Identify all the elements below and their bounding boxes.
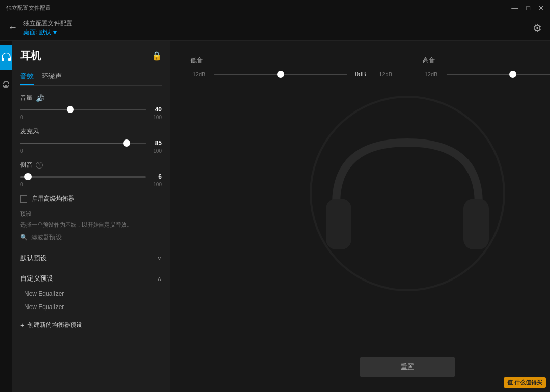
mic-max: 100 [153, 148, 162, 154]
volume-track [20, 109, 146, 110]
sidetone-slider[interactable] [20, 173, 146, 181]
left-panel: 耳机 🔒 音效 环绕声 音量 🔊 40 [12, 41, 170, 392]
mic-slider[interactable] [20, 139, 146, 147]
chevron-down-icon: ▾ [53, 29, 57, 36]
list-item[interactable]: New Equalizer [20, 300, 162, 314]
volume-range-labels: 0 100 [20, 115, 162, 120]
mic-fill [20, 143, 127, 144]
header-sub-label: 桌面: 默认 [23, 28, 51, 37]
minimize-button[interactable]: — [511, 4, 518, 12]
sidetone-slider-row: 6 [20, 173, 162, 181]
volume-slider-row: 40 [20, 105, 162, 114]
main-layout: 耳机 🔒 音效 环绕声 音量 🔊 40 [0, 41, 550, 392]
eq-treble-slider-row: -12dB 0dB 12dB [423, 71, 550, 78]
headphone-background [306, 92, 509, 295]
search-row: 🔍 [20, 234, 162, 244]
controller-icon [0, 79, 12, 91]
search-input[interactable] [31, 234, 162, 241]
maximize-button[interactable]: □ [526, 4, 530, 12]
reset-button[interactable]: 重置 [360, 357, 455, 377]
volume-min: 0 [20, 115, 23, 120]
titlebar-controls: — □ ✕ [511, 4, 544, 12]
sidetone-track [20, 176, 146, 178]
eq-checkbox-label: 启用高级均衡器 [32, 194, 74, 203]
titlebar-title: 独立配置文件配置 [6, 4, 51, 12]
sidebar-item-controller[interactable] [0, 72, 12, 98]
default-presets-header[interactable]: 默认预设 ∨ [20, 249, 162, 267]
eq-bass-value: 0dB [353, 71, 368, 78]
panel-header: 耳机 🔒 [20, 49, 162, 63]
chevron-up-icon: ∧ [157, 275, 162, 282]
volume-thumb[interactable] [67, 106, 74, 113]
volume-control: 音量 🔊 40 0 100 [20, 94, 162, 120]
lock-icon: 🔒 [152, 51, 162, 61]
custom-presets-header[interactable]: 自定义预设 ∧ [20, 270, 162, 287]
sidebar-item-headphone[interactable] [0, 45, 12, 70]
gear-icon[interactable]: ⚙ [533, 22, 542, 34]
header-info: 独立配置文件配置 桌面: 默认 ▾ [23, 19, 72, 37]
add-preset-row[interactable]: + 创建新的均衡器预设 [20, 317, 162, 333]
eq-bass-thumb[interactable] [277, 71, 284, 78]
tabs: 音效 环绕声 [20, 69, 162, 86]
presets-desc: 选择一个预设作为基线，以开始自定义音效。 [20, 221, 162, 229]
sidetone-text: 侧音 [20, 161, 33, 170]
right-panel: 低音 -12dB 0dB 12dB 高音 -12dB [170, 41, 550, 392]
default-presets-label: 默认预设 [20, 254, 47, 263]
sidetone-thumb[interactable] [24, 173, 32, 180]
mic-value: 85 [150, 139, 162, 147]
mic-label: 麦克风 [20, 127, 162, 136]
mic-text: 麦克风 [20, 127, 39, 136]
icon-sidebar [0, 41, 12, 392]
custom-presets-group: 自定义预设 ∧ New Equalizer New Equalizer [20, 270, 162, 314]
headerbar-left: ← 独立配置文件配置 桌面: 默认 ▾ [8, 19, 72, 37]
mic-min: 0 [20, 148, 23, 154]
speaker-icon: 🔊 [36, 94, 44, 102]
eq-bass-slider[interactable] [214, 74, 347, 75]
add-preset-label: 创建新的均衡器预设 [28, 321, 82, 329]
mic-slider-row: 85 [20, 139, 162, 147]
back-button[interactable]: ← [8, 22, 17, 33]
mic-range-labels: 0 100 [20, 148, 162, 154]
volume-max: 100 [153, 115, 162, 120]
eq-bass-max-label: 12dB [374, 71, 392, 77]
eq-bass-group: 低音 -12dB 0dB 12dB [190, 56, 392, 78]
eq-checkbox-row: 启用高级均衡器 [20, 194, 162, 203]
header-sub[interactable]: 桌面: 默认 ▾ [23, 28, 72, 37]
close-button[interactable]: ✕ [538, 4, 544, 12]
svg-point-0 [311, 97, 504, 290]
eq-checkbox[interactable] [20, 195, 28, 203]
eq-treble-min-label: -12dB [423, 71, 441, 77]
eq-section: 低音 -12dB 0dB 12dB 高音 -12dB [190, 56, 550, 78]
eq-bass-slider-row: -12dB 0dB 12dB [190, 71, 392, 78]
svg-rect-1 [326, 199, 351, 249]
volume-slider[interactable] [20, 105, 146, 114]
presets-section: 预设 选择一个预设作为基线，以开始自定义音效。 🔍 默认预设 ∨ 自定义预设 ∧ [20, 210, 162, 333]
sidetone-label: 侧音 ? [20, 161, 162, 170]
sidetone-control: 侧音 ? 6 0 100 [20, 161, 162, 187]
mic-thumb[interactable] [123, 139, 130, 147]
volume-fill [20, 109, 70, 110]
headphone-icon [0, 51, 12, 64]
sidetone-range-labels: 0 100 [20, 182, 162, 187]
eq-treble-slider[interactable] [447, 74, 550, 75]
volume-text: 音量 [20, 94, 33, 102]
titlebar: 独立配置文件配置 — □ ✕ [0, 0, 550, 15]
tab-sound-effect[interactable]: 音效 [20, 69, 34, 85]
help-icon[interactable]: ? [36, 162, 43, 169]
sidetone-max: 100 [153, 182, 162, 187]
headerbar: ← 独立配置文件配置 桌面: 默认 ▾ ⚙ [0, 15, 550, 41]
search-icon: 🔍 [20, 234, 28, 241]
mic-track [20, 143, 146, 144]
eq-bass-min-label: -12dB [190, 71, 208, 77]
eq-bass-label: 低音 [190, 56, 203, 65]
eq-treble-group: 高音 -12dB 0dB 12dB [423, 56, 550, 78]
tab-surround[interactable]: 环绕声 [42, 69, 62, 85]
add-icon: + [20, 321, 24, 329]
list-item[interactable]: New Equalizer [20, 287, 162, 300]
presets-header: 预设 [20, 210, 162, 218]
sidetone-value: 6 [150, 173, 162, 180]
mic-control: 麦克风 85 0 100 [20, 127, 162, 154]
eq-treble-thumb[interactable] [509, 71, 516, 78]
default-presets-group: 默认预设 ∨ [20, 249, 162, 267]
custom-presets-label: 自定义预设 [20, 274, 53, 283]
